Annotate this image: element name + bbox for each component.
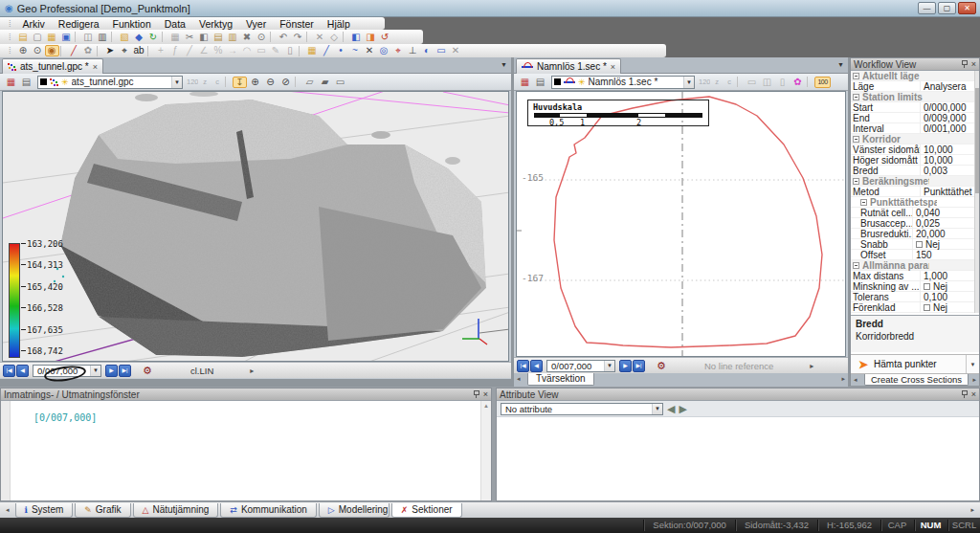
chevron-down-icon[interactable]: ▼ bbox=[604, 361, 614, 371]
more-chevron-icon[interactable]: ▸ bbox=[250, 366, 254, 375]
print-icon[interactable]: ▥ bbox=[96, 32, 110, 43]
layer-combo[interactable]: ✳ ats_tunnel.gpc ▼ bbox=[37, 76, 183, 89]
open-icon[interactable]: ▦ bbox=[45, 32, 59, 43]
property-row[interactable]: Vänster sidomått 10,000 bbox=[851, 144, 979, 155]
separator[interactable] bbox=[299, 46, 304, 56]
menu-item[interactable]: Data bbox=[158, 18, 192, 30]
property-row[interactable]: Tolerans 0,100 bbox=[851, 292, 979, 302]
station-combo[interactable]: 0/007,000 ▼ bbox=[546, 360, 615, 372]
copy-icon[interactable]: ◧ bbox=[197, 32, 212, 43]
property-row[interactable]: Max distans 1,000 bbox=[851, 271, 979, 281]
table-icon[interactable]: ▦ bbox=[168, 32, 183, 43]
cut-icon[interactable]: ✂ bbox=[183, 32, 197, 43]
first-station-button[interactable]: |◀ bbox=[3, 365, 15, 377]
settings-gear-icon[interactable]: ⚙ bbox=[139, 365, 156, 377]
tile-windows-icon[interactable]: ◧ bbox=[349, 32, 364, 43]
line-reference[interactable]: No line reference bbox=[704, 361, 773, 371]
checkbox[interactable] bbox=[916, 241, 923, 248]
label-c-button[interactable]: c bbox=[724, 77, 735, 88]
property-value[interactable]: 0,100 bbox=[920, 292, 979, 302]
menu-item[interactable]: Redigera bbox=[52, 18, 106, 30]
zoom-extents-icon[interactable]: ⊘ bbox=[278, 77, 293, 88]
separator[interactable] bbox=[737, 77, 743, 87]
expander-icon[interactable] bbox=[853, 94, 859, 100]
property-row[interactable]: Offset 150 bbox=[851, 250, 979, 260]
station-marker-icon[interactable]: ↧ bbox=[233, 77, 247, 88]
grid-scrollbar[interactable] bbox=[974, 71, 979, 313]
draw-spline-icon[interactable]: ~ bbox=[348, 45, 363, 56]
property-row[interactable]: Punkttäthetsparametrar bbox=[851, 197, 979, 208]
last-station-button[interactable]: ▶| bbox=[633, 360, 645, 372]
checkbox[interactable] bbox=[924, 283, 930, 290]
chevron-down-icon[interactable]: ▼ bbox=[966, 355, 979, 373]
import-icon[interactable]: ▧ bbox=[118, 32, 132, 43]
property-row[interactable]: Metod Punkttäthet bbox=[851, 187, 979, 197]
menu-item[interactable]: Vyer bbox=[239, 18, 273, 30]
notebook-icon[interactable]: ◆ bbox=[132, 32, 146, 43]
tab-namnlos-sec[interactable]: Namnlös 1.sec * × bbox=[516, 58, 621, 74]
zoom-out-icon[interactable]: ⊖ bbox=[263, 77, 278, 88]
tab-system[interactable]: ℹ System bbox=[15, 503, 74, 518]
property-value[interactable]: 1,000 bbox=[920, 271, 979, 281]
tab-scroll-right-icon[interactable]: ▸ bbox=[841, 375, 845, 383]
io-scrollbar[interactable]: ▲ bbox=[480, 401, 491, 500]
clear-icon[interactable]: ◇ bbox=[327, 32, 342, 43]
property-value[interactable]: 20,000 bbox=[912, 229, 979, 239]
minimize-button[interactable]: — bbox=[918, 2, 936, 14]
separator[interactable] bbox=[60, 46, 66, 56]
label-c-button[interactable]: c bbox=[212, 77, 223, 88]
property-row[interactable]: Minskning av ... Nej bbox=[851, 281, 979, 292]
fold-split-icon[interactable]: ◫ bbox=[760, 77, 774, 88]
separator[interactable] bbox=[306, 32, 312, 42]
chevron-down-icon[interactable]: ▼ bbox=[171, 77, 182, 88]
expander-icon[interactable] bbox=[853, 178, 859, 185]
tab-close-icon[interactable]: × bbox=[611, 62, 615, 72]
menu-item[interactable]: Funktion bbox=[105, 18, 157, 30]
pin-icon[interactable] bbox=[961, 390, 968, 398]
property-value[interactable]: Punkttäthet bbox=[920, 187, 979, 197]
back-arrow-icon[interactable]: ◀ bbox=[667, 403, 675, 415]
prev-station-button[interactable]: ◀ bbox=[16, 365, 29, 377]
tab-scroll-left-icon[interactable]: ◂ bbox=[6, 506, 10, 514]
property-row[interactable]: Allmänna parametrar bbox=[851, 260, 979, 271]
zoom-previous-icon[interactable]: ⊕ bbox=[16, 45, 31, 56]
label-z-button[interactable]: z bbox=[711, 77, 723, 88]
property-value[interactable]: Nej bbox=[912, 239, 979, 250]
separator[interactable] bbox=[75, 32, 80, 42]
last-station-button[interactable]: ▶| bbox=[119, 365, 131, 377]
view-reset-icon[interactable]: ▭ bbox=[333, 77, 347, 88]
property-value[interactable]: Nej bbox=[920, 281, 979, 292]
label-120-button[interactable]: 120 bbox=[699, 77, 710, 88]
close-icon[interactable]: × bbox=[971, 59, 976, 69]
folder-icon[interactable]: ▦ bbox=[305, 45, 320, 56]
expander-icon[interactable] bbox=[853, 73, 859, 79]
tab-kommunikation[interactable]: ⇄ Kommunikation bbox=[220, 503, 316, 518]
separator[interactable] bbox=[270, 32, 276, 42]
property-value[interactable]: 10,000 bbox=[920, 144, 979, 155]
checkbox[interactable] bbox=[924, 304, 930, 311]
save-icon[interactable]: ▣ bbox=[59, 32, 74, 43]
print-preview-icon[interactable]: ◫ bbox=[81, 32, 96, 43]
paste-icon[interactable]: ▤ bbox=[212, 32, 226, 43]
property-row[interactable]: Station limits bbox=[851, 92, 979, 102]
tab-create-cross-sections[interactable]: Create Cross Sections bbox=[864, 374, 969, 386]
trash-icon[interactable]: ▯ bbox=[283, 45, 298, 56]
separator[interactable] bbox=[807, 77, 813, 87]
tab-scroll-right-icon[interactable]: ▸ bbox=[970, 506, 974, 514]
settings-gear-icon[interactable]: ⚙ bbox=[653, 360, 670, 372]
refresh-icon[interactable]: ↻ bbox=[146, 32, 161, 43]
close-button[interactable]: ✕ bbox=[958, 2, 976, 14]
menu-item[interactable]: Arkiv bbox=[16, 18, 52, 30]
property-value[interactable]: 0,003 bbox=[920, 166, 979, 176]
layers-icon[interactable]: ▦ bbox=[4, 77, 18, 88]
property-value[interactable]: Nej bbox=[920, 302, 979, 313]
property-row[interactable]: Bredd 0,003 bbox=[851, 166, 979, 176]
expander-icon[interactable] bbox=[853, 136, 859, 143]
tab-grafik[interactable]: ✎ Grafik bbox=[75, 503, 130, 518]
property-row[interactable]: Interval 0/001,000 bbox=[851, 123, 979, 134]
chevron-down-icon[interactable]: ▼ bbox=[683, 77, 694, 88]
expander-icon[interactable] bbox=[853, 262, 859, 269]
find-icon[interactable]: ⊙ bbox=[255, 32, 269, 43]
separator[interactable] bbox=[147, 46, 153, 56]
zoom-in-icon[interactable]: ⊕ bbox=[248, 77, 262, 88]
